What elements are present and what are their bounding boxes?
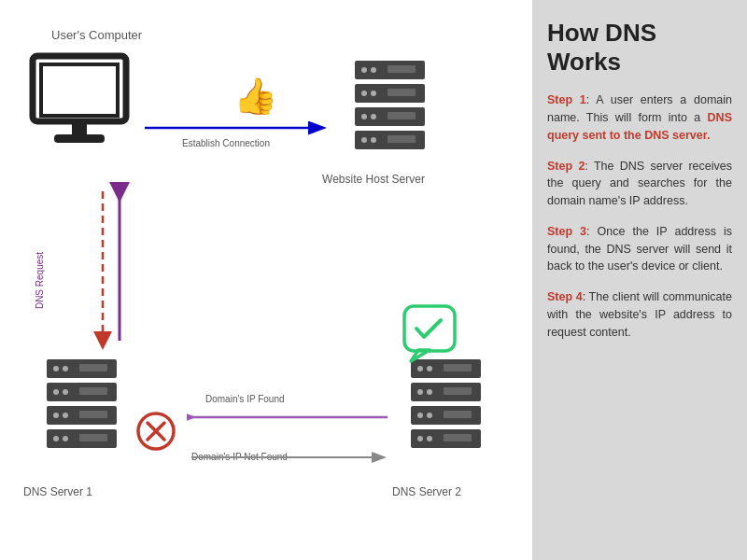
svg-point-33 [63, 413, 68, 418]
svg-point-13 [371, 91, 376, 96]
svg-rect-18 [388, 65, 416, 73]
svg-rect-56 [404, 306, 455, 351]
info-panel: How DNS Works Step 1: A user enters a do… [532, 0, 747, 560]
svg-point-50 [417, 436, 423, 441]
svg-point-30 [53, 389, 59, 395]
svg-point-51 [427, 436, 432, 441]
thumbs-up-icon: 👍 [232, 73, 274, 123]
domain-found-arrow [187, 408, 392, 430]
dns-server2-icon [392, 355, 500, 466]
website-host-server-icon [336, 56, 444, 167]
step-2-block: Step 2: The DNS server receives the quer… [547, 158, 732, 210]
svg-point-17 [371, 137, 376, 143]
svg-rect-38 [79, 411, 107, 418]
svg-rect-37 [79, 387, 107, 395]
step-1-label: Step 1 [547, 93, 586, 106]
svg-point-28 [53, 366, 59, 371]
step-2-label: Step 2 [547, 160, 585, 173]
step-4-label: Step 4 [547, 290, 583, 303]
monitor-icon [28, 51, 131, 153]
svg-point-46 [417, 389, 423, 395]
svg-rect-3 [54, 134, 105, 143]
establish-label: Establish Connection [182, 138, 270, 148]
dns-server2-label: DNS Server 2 [392, 485, 461, 498]
svg-point-47 [427, 389, 432, 395]
svg-rect-53 [444, 387, 472, 395]
website-host-server-label: Website Host Server [313, 173, 434, 186]
svg-point-16 [361, 137, 367, 143]
dns-server1-icon [28, 355, 135, 466]
svg-rect-20 [388, 112, 416, 119]
svg-point-14 [361, 114, 367, 119]
svg-rect-1 [41, 64, 118, 116]
svg-point-10 [361, 67, 367, 73]
svg-rect-36 [79, 364, 107, 371]
svg-rect-54 [444, 411, 472, 418]
svg-point-12 [361, 91, 367, 96]
svg-point-34 [53, 436, 59, 441]
panel-title: How DNS Works [547, 19, 732, 77]
domain-notfound-arrow [187, 448, 392, 470]
dns-vertical-arrows [84, 182, 140, 358]
user-computer-label: User's Computer [51, 28, 142, 42]
svg-point-35 [63, 436, 68, 441]
svg-rect-39 [79, 434, 107, 441]
step-3-label: Step 3 [547, 225, 586, 238]
svg-rect-19 [388, 89, 416, 96]
svg-text:👍: 👍 [233, 75, 274, 115]
svg-point-32 [53, 413, 59, 418]
diagram-panel: User's Computer 👍 Establi [0, 0, 532, 560]
step-3-block: Step 3: Once the IP address is found, th… [547, 223, 732, 275]
svg-point-29 [63, 366, 68, 371]
svg-point-11 [371, 67, 376, 73]
step-4-block: Step 4: The client will communicate with… [547, 288, 732, 341]
svg-rect-21 [388, 135, 416, 143]
svg-point-49 [427, 413, 432, 418]
svg-rect-2 [72, 121, 87, 136]
step-1-block: Step 1: A user enters a domain name. Thi… [547, 91, 732, 144]
svg-point-31 [63, 389, 68, 395]
x-circle-icon [135, 411, 176, 455]
dns-server1-label: DNS Server 1 [23, 485, 92, 498]
svg-point-15 [371, 114, 376, 119]
svg-rect-55 [444, 434, 472, 441]
svg-point-48 [417, 413, 423, 418]
dns-request-label: DNS Request [35, 252, 45, 309]
domain-found-label: Domain's IP Found [205, 394, 285, 404]
check-bubble-icon [402, 303, 458, 368]
